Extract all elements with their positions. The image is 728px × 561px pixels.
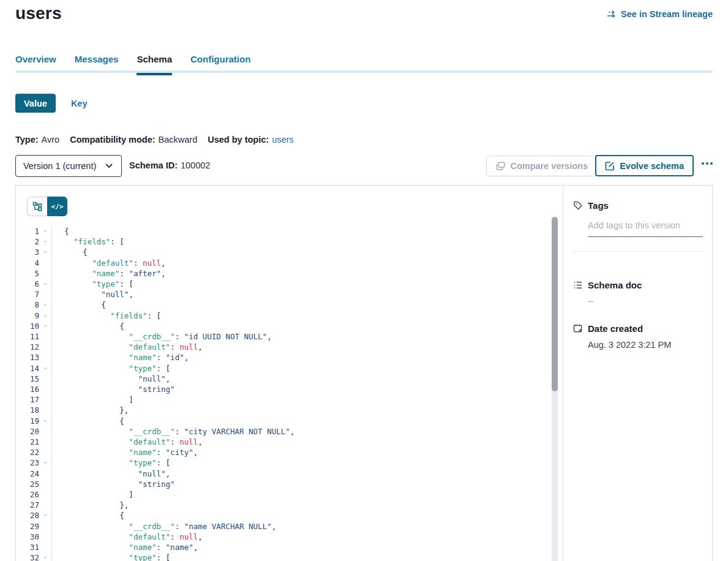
key-tab-button[interactable]: Key: [71, 99, 88, 108]
line-number: 7: [16, 289, 39, 299]
sidebar-divider: [573, 251, 702, 252]
code-text: "default": null,: [51, 342, 563, 352]
collapse-arrow-placeholder: [39, 500, 51, 510]
line-number: 17: [16, 394, 39, 405]
used-by-topic-link[interactable]: users: [272, 135, 293, 145]
code-line: 15 "null",: [16, 374, 563, 384]
schema-doc-value: --: [588, 296, 702, 306]
collapse-arrow-icon[interactable]: ▾: [39, 247, 51, 257]
collapse-arrow-icon[interactable]: ▾: [39, 226, 51, 236]
schema-sidebar: Tags Schema doc --: [563, 186, 712, 561]
code-text: "null",: [51, 469, 563, 479]
code-text: "__crdb__": "id UUID NOT NULL",: [51, 331, 563, 342]
code-line: 4 "default": null,: [16, 258, 563, 268]
code-view-icon: </>: [51, 203, 64, 211]
dot-icon: [702, 162, 704, 165]
tag-icon: [573, 201, 583, 211]
collapse-arrow-icon[interactable]: ▾: [39, 510, 51, 521]
tab-underline-track: [15, 70, 713, 73]
collapse-arrow-icon[interactable]: ▾: [39, 311, 51, 321]
code-view-button[interactable]: </>: [47, 197, 67, 216]
code-text: "null",: [51, 289, 563, 299]
collapse-arrow-icon[interactable]: ▾: [39, 552, 51, 561]
code-scrollbar-track[interactable]: [552, 217, 558, 561]
compatibility-field: Compatibility mode:Backward: [70, 135, 197, 145]
code-text: "fields": [: [51, 236, 563, 247]
tree-view-button[interactable]: [27, 197, 47, 216]
dot-icon: [706, 162, 708, 165]
value-key-toggle: Value Key: [15, 94, 88, 113]
code-text: ]: [51, 394, 563, 405]
code-line: 12 "default": null,: [16, 342, 563, 352]
code-text: "string": [51, 479, 563, 489]
collapse-arrow-icon[interactable]: ▾: [39, 236, 51, 247]
used-by-topic-field: Used by topic:users: [208, 135, 293, 145]
code-line: 20 "__crdb__": "city VARCHAR NOT NULL",: [16, 426, 563, 437]
line-number: 16: [16, 384, 39, 394]
collapse-arrow-icon[interactable]: ▾: [39, 321, 51, 331]
copy-icon: [495, 161, 505, 171]
code-line: 2▾ "fields": [: [16, 236, 563, 247]
line-number: 11: [16, 331, 39, 342]
code-line: 16 "string": [16, 384, 563, 394]
line-number: 18: [16, 405, 39, 415]
line-number: 28: [16, 510, 39, 521]
code-text: "default": null,: [51, 258, 563, 268]
code-line: 22 "name": "city",: [16, 447, 563, 457]
line-number: 30: [16, 532, 39, 542]
code-line: 10▾ {: [16, 321, 563, 331]
collapse-arrow-placeholder: [39, 405, 51, 415]
schema-code-panel: </> 1▾{2▾ "fields": [3▾ {4 "default": nu…: [16, 186, 563, 561]
line-number: 26: [16, 489, 39, 500]
evolve-schema-button[interactable]: Evolve schema: [595, 155, 694, 176]
type-label: Type:: [15, 135, 39, 145]
add-tags-input[interactable]: [588, 220, 703, 237]
line-number: 19: [16, 416, 39, 426]
more-options-button[interactable]: [698, 159, 716, 168]
collapse-arrow-icon[interactable]: ▾: [39, 299, 51, 310]
code-text: {: [51, 247, 563, 257]
code-scrollbar-thumb[interactable]: [552, 217, 558, 391]
date-created-section-header: Date created: [563, 323, 712, 334]
collapse-arrow-placeholder: [39, 374, 51, 384]
code-line: 8▾ {: [16, 299, 563, 310]
lineage-link-label: See in Stream lineage: [621, 9, 713, 19]
schema-controls-row: Version 1 (current) Schema ID:100002 Com…: [15, 155, 713, 177]
line-number: 32: [16, 552, 39, 561]
schema-id-value: 100002: [181, 160, 210, 170]
code-text: "default": null,: [51, 437, 563, 447]
schema-detail-panel: </> 1▾{2▾ "fields": [3▾ {4 "default": nu…: [15, 185, 713, 561]
line-number: 24: [16, 469, 39, 479]
tags-section-header: Tags: [563, 200, 712, 211]
type-field: Type:Avro: [15, 135, 59, 145]
code-line: 19▾ {: [16, 416, 563, 426]
code-text: "name": "name",: [51, 542, 563, 552]
code-line: 24 "null",: [16, 469, 563, 479]
see-in-stream-lineage-link[interactable]: See in Stream lineage: [607, 9, 713, 19]
collapse-arrow-icon[interactable]: ▾: [39, 416, 51, 426]
code-text: "default": null,: [51, 532, 563, 542]
collapse-arrow-icon[interactable]: ▾: [39, 363, 51, 374]
code-line: 17 ]: [16, 394, 563, 405]
code-line: 21 "default": null,: [16, 437, 563, 447]
evolve-schema-label: Evolve schema: [620, 161, 684, 171]
code-line: 27 },: [16, 500, 563, 510]
collapse-arrow-placeholder: [39, 268, 51, 279]
code-text: "fields": [: [51, 311, 563, 321]
schema-id-field: Schema ID:100002: [129, 160, 210, 170]
collapse-arrow-icon[interactable]: ▾: [39, 279, 51, 289]
calendar-plus-icon: [573, 324, 583, 334]
code-text: {: [51, 510, 563, 521]
collapse-arrow-placeholder: [39, 289, 51, 299]
value-tab-button[interactable]: Value: [15, 94, 56, 113]
line-number: 15: [16, 374, 39, 384]
collapse-arrow-icon[interactable]: ▾: [39, 457, 51, 468]
code-line: 1▾{: [16, 226, 563, 236]
date-created-heading: Date created: [588, 323, 643, 334]
schema-view-toggle: </>: [27, 197, 67, 216]
page-title: users: [15, 4, 62, 23]
compare-versions-button[interactable]: Compare versions: [486, 156, 597, 176]
compatibility-value: Backward: [159, 135, 198, 145]
version-select[interactable]: Version 1 (current): [15, 155, 122, 177]
code-text: },: [51, 500, 563, 510]
